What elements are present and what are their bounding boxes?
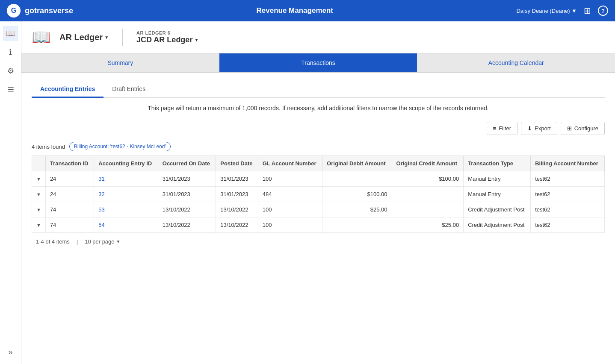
cell-original-credit-amount: $100.00 [392,171,464,187]
items-found: 4 items found Billing Account: 'test62 -… [32,142,605,151]
cell-original-credit-amount [392,202,464,217]
per-page-selector[interactable]: 10 per page ▼ [85,238,120,245]
cell-billing-account-number: test62 [531,187,605,202]
cell-gl-account-number: 100 [258,217,322,233]
col-billing-account-number: Billing Account Number [531,156,605,171]
pagination-bar: 1-4 of 4 items | 10 per page ▼ [32,233,605,250]
header-divider [122,29,123,46]
export-button[interactable]: ⬇ Export [521,122,557,135]
sub-tab-draft-entries[interactable]: Draft Entries [103,81,154,98]
export-icon: ⬇ [527,125,532,132]
page-header: 📖 AR Ledger ▼ AR LEDGER 6 JCD AR Ledger … [21,21,615,53]
ledger-name-selector[interactable]: JCD AR Ledger ▼ [136,35,198,44]
pagination-range: 1-4 of 4 items [36,238,70,245]
cell-accounting-entry-id[interactable]: 54 [94,217,158,233]
cell-posted-date: 31/01/2023 [216,171,258,187]
cell-original-debit-amount: $100.00 [322,187,392,202]
cell-billing-account-number: test62 [531,171,605,187]
cell-gl-account-number: 100 [258,202,322,217]
nav-right: Daisy Deane (Deane) ▼ ⊞ ? [516,6,608,16]
accounting-entry-link[interactable]: 32 [98,191,104,197]
per-page-chevron: ▼ [116,239,121,244]
cell-accounting-entry-id[interactable]: 53 [94,202,158,217]
cell-occurred-on-date: 13/10/2022 [158,202,216,217]
top-navbar: G gotransverse Revenue Management Daisy … [0,0,615,21]
cell-transaction-type: Manual Entry [464,187,531,202]
ledger-type-chevron: ▼ [104,35,109,40]
accounting-entry-link[interactable]: 31 [98,176,104,182]
ledger-name-chevron: ▼ [194,38,198,42]
brand-name: gotransverse [25,6,73,15]
col-original-debit-amount: Original Debit Amount [322,156,392,171]
configure-icon: ⊞ [567,125,572,132]
col-transaction-type: Transaction Type [464,156,531,171]
info-message: This page will return a maximum of 1,000… [32,105,605,112]
cell-billing-account-number: test62 [531,217,605,233]
cell-transaction-type: Credit Adjustment Post [464,202,531,217]
filter-button[interactable]: ≡ Filter [487,122,517,135]
sub-tabs: Accounting Entries Draft Entries [32,81,605,98]
cell-original-debit-amount [322,217,392,233]
ledger-number-label: AR LEDGER 6 [136,30,198,35]
ledger-sub-info: AR LEDGER 6 JCD AR Ledger ▼ [136,30,198,44]
row-expand-button[interactable]: ▼ [36,176,41,182]
ledger-icon: 📖 [32,28,51,46]
cell-original-credit-amount [392,187,464,202]
col-original-credit-amount: Original Credit Amount [392,156,464,171]
items-count: 4 items found [32,144,65,150]
row-expand-button[interactable]: ▼ [36,223,41,228]
sidebar-item-book[interactable]: 📖 [3,26,18,41]
apps-icon[interactable]: ⊞ [584,6,591,16]
col-gl-account-number: GL Account Number [258,156,322,171]
ledger-type-selector[interactable]: AR Ledger ▼ [59,32,109,42]
cell-original-debit-amount: $25.00 [322,202,392,217]
configure-button[interactable]: ⊞ Configure [561,122,605,135]
row-expand-button[interactable]: ▼ [36,207,41,212]
cell-posted-date: 13/10/2022 [216,202,258,217]
table-row: ▼745313/10/202213/10/2022100$25.00Credit… [32,202,605,217]
cell-accounting-entry-id[interactable]: 31 [94,171,158,187]
cell-gl-account-number: 484 [258,187,322,202]
cell-transaction-id: 74 [45,217,94,233]
sidebar-item-info[interactable]: ℹ [3,44,18,60]
accounting-entry-link[interactable]: 53 [98,206,104,213]
content-area: Accounting Entries Draft Entries This pa… [21,73,615,364]
cell-transaction-id: 74 [45,202,94,217]
side-navbar: 📖 ℹ ⚙ ☰ » [0,21,21,364]
cell-transaction-type: Manual Entry [464,171,531,187]
cell-occurred-on-date: 31/01/2023 [158,187,216,202]
logo-icon: G [7,4,21,18]
sidebar-expand-button[interactable]: » [3,344,18,360]
cell-posted-date: 13/10/2022 [216,217,258,233]
help-icon[interactable]: ? [598,6,608,16]
page-title: Revenue Management [257,6,334,15]
tab-accounting-calendar[interactable]: Accounting Calendar [417,53,615,72]
cell-original-debit-amount [322,171,392,187]
tab-summary[interactable]: Summary [21,53,219,72]
separator: | [77,238,78,245]
user-menu[interactable]: Daisy Deane (Deane) ▼ [516,8,577,14]
cell-billing-account-number: test62 [531,202,605,217]
cell-original-credit-amount: $25.00 [392,217,464,233]
col-expand [32,156,46,171]
row-expand-button[interactable]: ▼ [36,192,41,197]
sidebar-item-list[interactable]: ☰ [3,82,18,97]
toolbar: ≡ Filter ⬇ Export ⊞ Configure [32,122,605,135]
nav-left: G gotransverse [7,4,73,18]
filter-icon: ≡ [493,125,497,132]
accounting-entry-link[interactable]: 54 [98,222,104,228]
table-row: ▼745413/10/202213/10/2022100$25.00Credit… [32,217,605,233]
active-filter-badge[interactable]: Billing Account: 'test62 - Kinsey McLeod… [69,142,171,151]
accounting-entries-table: Transaction ID Accounting Entry ID Occur… [32,156,605,233]
tab-transactions[interactable]: Transactions [219,53,417,72]
table-row: ▼243231/01/202331/01/2023484$100.00Manua… [32,187,605,202]
cell-transaction-type: Credit Adjustment Post [464,217,531,233]
col-occurred-on-date: Occurred On Date [158,156,216,171]
sub-tab-accounting-entries[interactable]: Accounting Entries [32,81,103,98]
cell-accounting-entry-id[interactable]: 32 [94,187,158,202]
sidebar-item-gear[interactable]: ⚙ [3,63,18,79]
cell-occurred-on-date: 13/10/2022 [158,217,216,233]
col-posted-date: Posted Date [216,156,258,171]
cell-transaction-id: 24 [45,171,94,187]
col-transaction-id: Transaction ID [45,156,94,171]
